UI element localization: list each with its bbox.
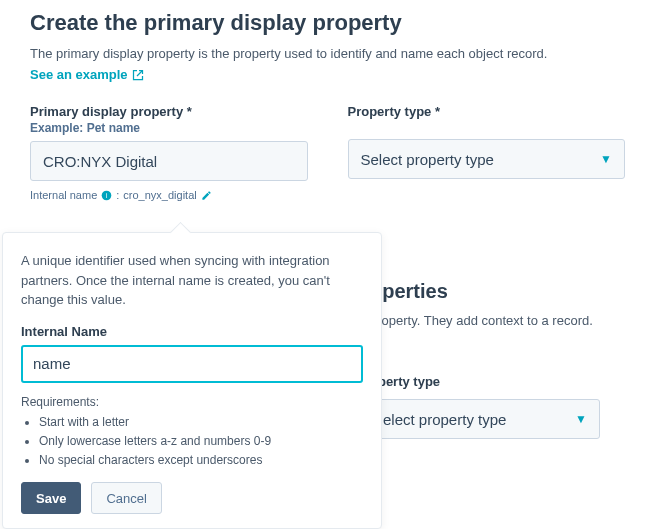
page-title: Create the primary display property (30, 10, 625, 36)
internal-name-prefix: Internal name (30, 189, 97, 201)
internal-name-row: Internal name i : cro_nyx_digital (30, 189, 308, 201)
cancel-button[interactable]: Cancel (91, 482, 161, 514)
page-description: The primary display property is the prop… (30, 46, 625, 61)
primary-display-sublabel: Example: Pet name (30, 121, 308, 135)
internal-name-input[interactable] (21, 345, 363, 383)
primary-display-input[interactable] (30, 141, 308, 181)
info-icon[interactable]: i (101, 190, 112, 201)
external-link-icon (132, 69, 144, 81)
secondary-type-label: operty type (370, 374, 650, 389)
internal-name-label: Internal Name (21, 324, 363, 339)
internal-name-value: cro_nyx_digital (123, 189, 196, 201)
internal-name-colon: : (116, 189, 119, 201)
chevron-down-icon: ▼ (575, 412, 587, 426)
internal-name-popover: A unique identifier used when syncing wi… (2, 232, 382, 529)
primary-display-label: Primary display property * (30, 104, 308, 119)
requirement-item: Only lowercase letters a-z and numbers 0… (39, 432, 363, 451)
popover-description: A unique identifier used when syncing wi… (21, 251, 363, 310)
see-example-text: See an example (30, 67, 128, 82)
requirement-item: Start with a letter (39, 413, 363, 432)
pencil-icon[interactable] (201, 190, 212, 201)
property-type-select[interactable]: Select property type ▼ (348, 139, 626, 179)
property-type-placeholder: Select property type (361, 151, 494, 168)
see-example-link[interactable]: See an example (30, 67, 144, 82)
requirements-label: Requirements: (21, 395, 363, 409)
save-button[interactable]: Save (21, 482, 81, 514)
requirement-item: No special characters except underscores (39, 451, 363, 470)
secondary-section-desc: property. They add context to a record. (370, 313, 650, 328)
chevron-down-icon: ▼ (600, 152, 612, 166)
secondary-type-select[interactable]: elect property type ▼ (370, 399, 600, 439)
secondary-type-placeholder: elect property type (383, 411, 506, 428)
secondary-section-title: operties (370, 280, 650, 303)
property-type-label: Property type * (348, 104, 626, 119)
requirements-list: Start with a letter Only lowercase lette… (21, 413, 363, 471)
